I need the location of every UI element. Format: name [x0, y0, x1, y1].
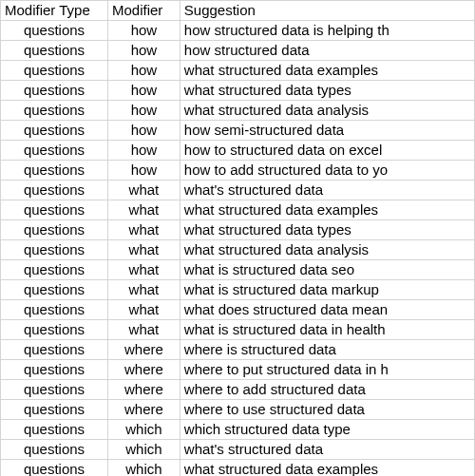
- cell-suggestion[interactable]: what's structured data: [180, 440, 474, 460]
- cell-modifier[interactable]: what: [107, 320, 180, 340]
- cell-suggestion[interactable]: how structured data: [180, 41, 474, 61]
- cell-modifier-type[interactable]: questions: [1, 320, 108, 340]
- cell-modifier[interactable]: how: [107, 81, 180, 101]
- cell-modifier-type[interactable]: questions: [1, 460, 108, 477]
- cell-suggestion[interactable]: what is structured data in health: [180, 320, 474, 340]
- cell-suggestion[interactable]: how semi-structured data: [180, 121, 474, 141]
- cell-modifier-type[interactable]: questions: [1, 141, 108, 161]
- cell-modifier[interactable]: where: [107, 340, 180, 360]
- cell-suggestion[interactable]: where to put structured data in h: [180, 360, 474, 380]
- cell-modifier-type[interactable]: questions: [1, 220, 108, 240]
- cell-suggestion[interactable]: what's structured data: [180, 181, 474, 200]
- cell-suggestion[interactable]: what structured data analysis: [180, 101, 474, 121]
- cell-modifier[interactable]: which: [107, 460, 180, 477]
- cell-suggestion[interactable]: what structured data analysis: [180, 240, 474, 260]
- cell-modifier[interactable]: how: [107, 161, 180, 181]
- cell-modifier[interactable]: which: [107, 440, 180, 460]
- cell-modifier[interactable]: how: [107, 41, 180, 61]
- table-row: questionshowhow to add structured data t…: [1, 161, 475, 181]
- table-row: questionshowhow structured data: [1, 41, 475, 61]
- cell-suggestion[interactable]: how structured data is helping th: [180, 21, 474, 41]
- cell-modifier[interactable]: how: [107, 121, 180, 141]
- header-modifier-type[interactable]: Modifier Type: [1, 1, 108, 21]
- cell-modifier-type[interactable]: questions: [1, 21, 108, 41]
- table-row: questionswherewhere to put structured da…: [1, 360, 475, 380]
- cell-modifier-type[interactable]: questions: [1, 161, 108, 181]
- table-row: questionshowwhat structured data types: [1, 81, 475, 101]
- table-row: questionshowwhat structured data analysi…: [1, 101, 475, 121]
- header-modifier[interactable]: Modifier: [107, 1, 180, 21]
- cell-modifier[interactable]: how: [107, 61, 180, 81]
- cell-suggestion[interactable]: what structured data examples: [180, 61, 474, 81]
- cell-modifier-type[interactable]: questions: [1, 181, 108, 200]
- cell-modifier[interactable]: where: [107, 400, 180, 420]
- table-row: questionswhatwhat is structured data in …: [1, 320, 475, 340]
- cell-modifier[interactable]: what: [107, 220, 180, 240]
- table-row: questionswhichwhich structured data type: [1, 420, 475, 440]
- header-suggestion[interactable]: Suggestion: [180, 1, 474, 21]
- table-row: questionswhatwhat's structured data: [1, 181, 475, 200]
- cell-suggestion[interactable]: where to add structured data: [180, 380, 474, 400]
- cell-modifier-type[interactable]: questions: [1, 280, 108, 300]
- table-row: questionswhatwhat is structured data mar…: [1, 280, 475, 300]
- cell-suggestion[interactable]: what does structured data mean: [180, 300, 474, 320]
- table-row: questionshowhow semi-structured data: [1, 121, 475, 141]
- cell-modifier[interactable]: where: [107, 380, 180, 400]
- data-table: Modifier Type Modifier Suggestion questi…: [0, 0, 475, 476]
- cell-modifier-type[interactable]: questions: [1, 121, 108, 141]
- cell-modifier[interactable]: what: [107, 280, 180, 300]
- cell-modifier-type[interactable]: questions: [1, 200, 108, 220]
- cell-modifier-type[interactable]: questions: [1, 61, 108, 81]
- cell-suggestion[interactable]: how to structured data on excel: [180, 141, 474, 161]
- table-row: questionswhatwhat does structured data m…: [1, 300, 475, 320]
- cell-suggestion[interactable]: what is structured data markup: [180, 280, 474, 300]
- cell-suggestion[interactable]: what structured data examples: [180, 200, 474, 220]
- cell-modifier-type[interactable]: questions: [1, 340, 108, 360]
- cell-modifier[interactable]: what: [107, 240, 180, 260]
- table-row: questionshowhow structured data is helpi…: [1, 21, 475, 41]
- cell-modifier[interactable]: which: [107, 420, 180, 440]
- table-row: questionswhatwhat is structured data seo: [1, 260, 475, 280]
- cell-modifier[interactable]: how: [107, 101, 180, 121]
- cell-modifier-type[interactable]: questions: [1, 101, 108, 121]
- table-row: questionswherewhere is structured data: [1, 340, 475, 360]
- table-row: questionswhichwhat structured data examp…: [1, 460, 475, 477]
- cell-suggestion[interactable]: what is structured data seo: [180, 260, 474, 280]
- cell-suggestion[interactable]: where is structured data: [180, 340, 474, 360]
- cell-modifier[interactable]: how: [107, 141, 180, 161]
- cell-suggestion[interactable]: where to use structured data: [180, 400, 474, 420]
- cell-modifier-type[interactable]: questions: [1, 380, 108, 400]
- table-row: questionswhatwhat structured data types: [1, 220, 475, 240]
- cell-modifier-type[interactable]: questions: [1, 400, 108, 420]
- table-row: questionshowwhat structured data example…: [1, 61, 475, 81]
- cell-modifier[interactable]: where: [107, 360, 180, 380]
- table-row: questionswhichwhat's structured data: [1, 440, 475, 460]
- table-row: questionshowhow to structured data on ex…: [1, 141, 475, 161]
- cell-suggestion[interactable]: which structured data type: [180, 420, 474, 440]
- cell-modifier-type[interactable]: questions: [1, 360, 108, 380]
- cell-suggestion[interactable]: what structured data types: [180, 81, 474, 101]
- cell-modifier[interactable]: what: [107, 260, 180, 280]
- cell-modifier[interactable]: what: [107, 200, 180, 220]
- header-row: Modifier Type Modifier Suggestion: [1, 1, 475, 21]
- table-row: questionswherewhere to add structured da…: [1, 380, 475, 400]
- cell-suggestion[interactable]: what structured data types: [180, 220, 474, 240]
- table-row: questionswhatwhat structured data exampl…: [1, 200, 475, 220]
- cell-modifier[interactable]: what: [107, 300, 180, 320]
- cell-modifier-type[interactable]: questions: [1, 240, 108, 260]
- cell-suggestion[interactable]: what structured data examples: [180, 460, 474, 477]
- table-row: questionswherewhere to use structured da…: [1, 400, 475, 420]
- cell-suggestion[interactable]: how to add structured data to yo: [180, 161, 474, 181]
- cell-modifier-type[interactable]: questions: [1, 440, 108, 460]
- cell-modifier-type[interactable]: questions: [1, 260, 108, 280]
- cell-modifier[interactable]: what: [107, 181, 180, 200]
- cell-modifier-type[interactable]: questions: [1, 41, 108, 61]
- table-row: questionswhatwhat structured data analys…: [1, 240, 475, 260]
- cell-modifier-type[interactable]: questions: [1, 300, 108, 320]
- cell-modifier[interactable]: how: [107, 21, 180, 41]
- cell-modifier-type[interactable]: questions: [1, 81, 108, 101]
- cell-modifier-type[interactable]: questions: [1, 420, 108, 440]
